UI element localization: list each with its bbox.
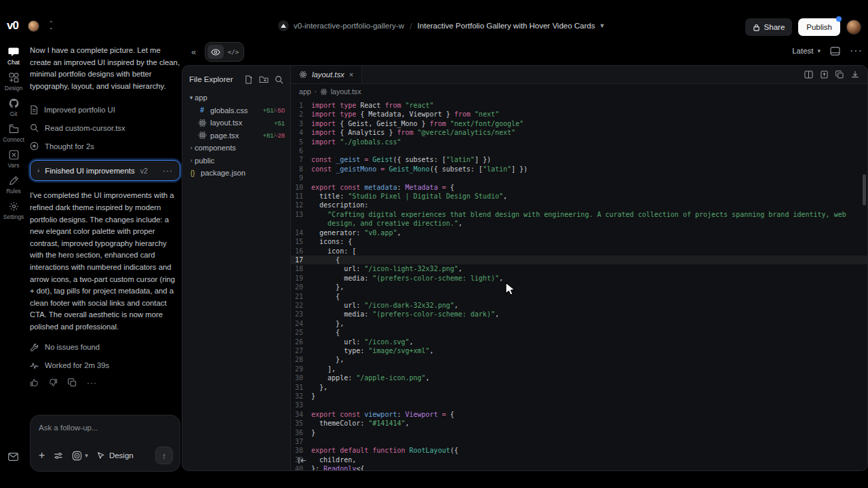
- collapse-explorer-icon[interactable]: [298, 456, 307, 465]
- connect-icon: [8, 123, 19, 134]
- avatar[interactable]: [28, 20, 39, 32]
- model-selector[interactable]: ▾: [72, 451, 88, 461]
- search-icon: [30, 123, 39, 132]
- diff-stats: +51: [274, 119, 285, 127]
- assistant-intro-text: Now I have a complete picture. Let me cr…: [30, 45, 180, 92]
- code-view-button[interactable]: </>: [225, 45, 241, 59]
- chat-panel: Now I have a complete picture. Let me cr…: [30, 45, 180, 472]
- rail-label: Settings: [3, 214, 24, 220]
- chevron-down-icon: ▼: [599, 22, 605, 29]
- rail-item-chat[interactable]: Chat: [0, 46, 27, 66]
- code-line-12: 12 description:: [291, 201, 867, 209]
- thought-icon: [30, 142, 39, 150]
- layout-panel-icon[interactable]: [830, 47, 840, 56]
- copy-file-icon[interactable]: [835, 70, 844, 79]
- left-nav-rail: ChatDesignGitConnectVarsRulesSettings: [0, 42, 27, 449]
- collapse-panel-icon[interactable]: «: [191, 47, 196, 57]
- wrench-icon: [30, 343, 39, 352]
- task-card-menu-button[interactable]: ···: [163, 166, 173, 176]
- attach-button[interactable]: +: [39, 449, 45, 462]
- breadcrumb-file[interactable]: layout.tsx: [331, 87, 361, 96]
- rail-item-vars[interactable]: Vars: [0, 149, 27, 169]
- activity-pulse-icon: [30, 361, 39, 370]
- download-icon[interactable]: [851, 70, 859, 79]
- chat-composer[interactable]: Ask a follow-up... + ▾ Design ↑: [30, 415, 180, 472]
- new-folder-icon[interactable]: [259, 75, 269, 84]
- chevron-right-icon: ›: [37, 167, 39, 174]
- code-line-37: 37: [291, 437, 867, 446]
- duration-status[interactable]: Worked for 2m 39s: [30, 361, 180, 370]
- step-read-custom-cursor-tsx[interactable]: Read custom-cursor.tsx: [30, 119, 180, 137]
- rail-label: Git: [10, 110, 18, 117]
- cursor-arrow-icon: [97, 451, 105, 460]
- tree-item-package-json[interactable]: {}package.json: [182, 167, 290, 180]
- finished-task-card[interactable]: › Finished UI improvements v2 ···: [30, 160, 180, 181]
- open-file-icon[interactable]: [821, 70, 828, 79]
- close-tab-icon[interactable]: ×: [349, 70, 353, 79]
- thumbs-down-button[interactable]: [49, 378, 58, 387]
- step-thought-for-2s[interactable]: Thought for 2s: [30, 137, 180, 155]
- code-line-34: 34export const viewport: Viewport = {: [291, 410, 867, 419]
- code-line-15: 15 icons: {: [291, 237, 867, 246]
- tree-item-globals-css[interactable]: #globals.css+51/-50: [182, 104, 290, 117]
- tab-layout-tsx[interactable]: layout.tsx ×: [291, 66, 362, 83]
- breadcrumb-project[interactable]: v0-interactive-portfolio-gallery-w: [278, 20, 404, 31]
- react-icon: [320, 88, 328, 96]
- tab-bar: layout.tsx ×: [291, 66, 867, 84]
- chevron-down-icon: ▾: [817, 47, 821, 54]
- top-bar: v0 ⌃⌄ v0-interactive-portfolio-gallery-w…: [0, 0, 868, 41]
- thumbs-up-button[interactable]: [30, 378, 39, 387]
- feedback-mail-icon[interactable]: [8, 453, 18, 461]
- rail-label: Connect: [3, 136, 24, 143]
- editor-more-menu[interactable]: ···: [850, 45, 863, 57]
- step-improved-portfolio-ui[interactable]: Improved portfolio UI: [30, 100, 180, 119]
- code-line-38: 38export default function RootLayout({: [291, 446, 867, 455]
- code-breadcrumb: app › layout.tsx: [291, 84, 867, 99]
- share-button[interactable]: Share: [745, 18, 793, 36]
- tree-item-app[interactable]: ▾app: [182, 92, 290, 104]
- file-icon: [30, 105, 38, 115]
- send-button[interactable]: ↑: [155, 447, 173, 464]
- more-actions-button[interactable]: ···: [87, 378, 97, 388]
- code-content[interactable]: 1import type React from "react"2import t…: [291, 99, 867, 470]
- breadcrumb-folder[interactable]: app: [299, 87, 311, 96]
- search-icon[interactable]: [275, 75, 283, 84]
- breadcrumb-chat-title[interactable]: Interactive Portfolio Gallery with Hover…: [418, 22, 606, 30]
- rail-item-design[interactable]: Design: [0, 72, 27, 92]
- publish-button[interactable]: Publish: [798, 18, 840, 36]
- react-icon: [197, 131, 207, 140]
- code-line-19: 19 media: "(prefers-color-scheme: light)…: [291, 274, 867, 283]
- rail-item-settings[interactable]: Settings: [0, 201, 27, 220]
- tree-item-public[interactable]: ›public: [182, 155, 290, 167]
- settings-icon: [8, 201, 19, 211]
- rail-item-rules[interactable]: Rules: [0, 175, 27, 195]
- vars-icon: [8, 149, 19, 160]
- version-dropdown[interactable]: Latest ▾: [792, 47, 821, 55]
- project-switcher-icon[interactable]: ⌃⌄: [49, 22, 54, 30]
- rail-label: Design: [5, 85, 22, 92]
- settings-sliders-button[interactable]: [54, 451, 63, 460]
- follow-up-input[interactable]: Ask a follow-up...: [39, 424, 172, 432]
- rail-item-connect[interactable]: Connect: [0, 123, 27, 143]
- tree-item-layout-tsx[interactable]: layout.tsx+51: [182, 117, 290, 129]
- task-card-label: Finished UI improvements: [45, 167, 134, 175]
- code-line-4: 4import { Analytics } from "@vercel/anal…: [291, 128, 867, 137]
- v0-logo: v0: [7, 19, 18, 33]
- split-editor-icon[interactable]: [804, 70, 813, 79]
- task-steps: Improved portfolio UIRead custom-cursor.…: [30, 100, 180, 155]
- rail-item-git[interactable]: Git: [0, 98, 27, 117]
- issues-status[interactable]: No issues found: [30, 343, 180, 352]
- rail-label: Rules: [6, 188, 21, 195]
- design-mode-button[interactable]: Design: [97, 451, 134, 460]
- preview-eye-button[interactable]: [208, 45, 224, 59]
- code-line-25: 25 {: [291, 328, 867, 337]
- copy-button[interactable]: [68, 378, 77, 387]
- code-line-28: 28 },: [291, 355, 867, 364]
- user-avatar[interactable]: [846, 20, 861, 35]
- tree-item-components[interactable]: ›components: [182, 142, 290, 155]
- code-line-8: 8const _geistMono = Geist_Mono({ subsets…: [291, 165, 867, 174]
- new-file-icon[interactable]: [244, 75, 253, 84]
- tree-item-page-tsx[interactable]: page.tsx+81/-28: [182, 129, 290, 142]
- scrollbar-thumb[interactable]: [863, 174, 866, 205]
- code-line-7: 7const _geist = Geist({ subsets: ["latin…: [291, 155, 867, 164]
